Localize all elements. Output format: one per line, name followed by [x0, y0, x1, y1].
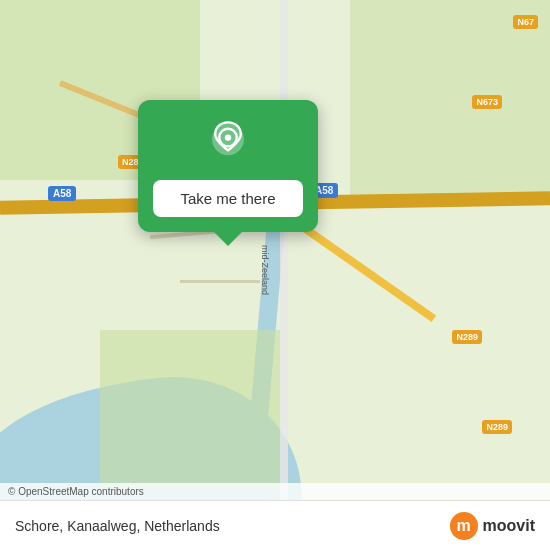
badge-n289-br: N289: [452, 330, 482, 344]
moovit-logo: m moovit: [450, 512, 535, 540]
moovit-logo-icon: m: [450, 512, 478, 540]
label-midzeeland: mid-Zeeland: [260, 245, 270, 295]
location-pin-icon: [204, 120, 252, 168]
badge-n67: N67: [513, 15, 538, 29]
popup-card: Take me there: [138, 100, 318, 232]
info-bar: Schore, Kanaalweg, Netherlands m moovit: [0, 500, 550, 550]
road-vertical-1: [280, 0, 288, 550]
attribution-text: © OpenStreetMap contributors: [8, 486, 144, 497]
take-me-there-button[interactable]: Take me there: [153, 180, 303, 217]
road-small-2: [180, 280, 260, 283]
badge-a58-left: A58: [48, 186, 76, 201]
moovit-logo-text: moovit: [483, 517, 535, 535]
badge-n289-br2: N289: [482, 420, 512, 434]
map-container: A58 A58 N289 N289 N289 N673 N67 mid-Zeel…: [0, 0, 550, 550]
green-area-2: [350, 0, 550, 200]
green-area-3: [100, 330, 280, 490]
svg-point-2: [225, 134, 231, 140]
location-label: Schore, Kanaalweg, Netherlands: [15, 518, 220, 534]
attribution-bar: © OpenStreetMap contributors: [0, 483, 550, 500]
badge-n673: N673: [472, 95, 502, 109]
